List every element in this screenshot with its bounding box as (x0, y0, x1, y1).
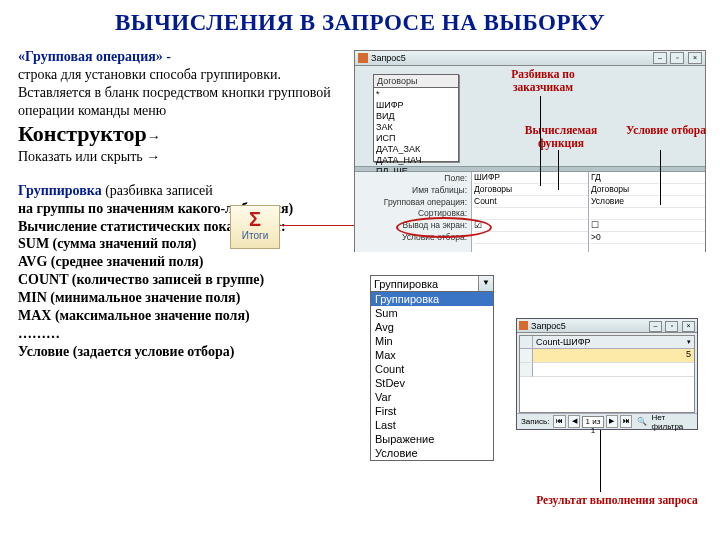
table-name: Договоры (374, 75, 458, 88)
annotation-function: Вычисляемая функция (516, 124, 606, 149)
nav-last-button[interactable]: ⏭ (620, 415, 632, 428)
close-button[interactable]: × (688, 52, 702, 64)
grouping-heading: Группировка (18, 183, 102, 198)
cell[interactable] (474, 232, 588, 244)
close-button[interactable]: × (682, 321, 695, 332)
column-header-text: Count-ШИФР (536, 337, 591, 347)
dropdown-option[interactable]: Max (371, 348, 493, 362)
dropdown-option[interactable]: Выражение (371, 432, 493, 446)
connector (558, 150, 559, 190)
cell[interactable]: Договоры (591, 184, 705, 196)
dropdown-option[interactable]: Last (371, 418, 493, 432)
dropdown-option[interactable]: Min (371, 334, 493, 348)
totals-label: Итоги (231, 230, 279, 241)
minimize-button[interactable]: – (649, 321, 662, 332)
nav-prev-button[interactable]: ◀ (568, 415, 580, 428)
label-field: Поле: (357, 173, 467, 185)
dropdown-selected[interactable]: Группировка ▼ (371, 276, 493, 292)
dropdown-option[interactable]: Условие (371, 446, 493, 460)
table-field-list[interactable]: Договоры * ШИФР ВИД ЗАК ИСП ДАТА_ЗАК ДАТ… (373, 74, 459, 162)
cell-checkbox[interactable]: ☑ (474, 220, 588, 232)
dropdown-option[interactable]: StDev (371, 376, 493, 390)
annotation-criteria: Условие отбора (626, 124, 706, 137)
nav-next-button[interactable]: ▶ (606, 415, 618, 428)
annotation-result: Результат выполнения запроса (532, 494, 702, 507)
row-selector-header[interactable] (520, 336, 533, 348)
sum-line: SUM (сумма значений поля) (18, 236, 197, 251)
field-item[interactable]: ШИФР (376, 100, 458, 111)
label-criteria: Условие отбора: (357, 232, 467, 244)
cell[interactable]: ГД (591, 172, 705, 184)
group-op-desc1: строка для установки способа группировки… (18, 67, 281, 82)
field-item[interactable]: ВИД (376, 111, 458, 122)
dropdown-option[interactable]: First (371, 404, 493, 418)
field-item[interactable]: ДАТА_НАЧ (376, 155, 458, 166)
chevron-down-icon[interactable]: ▼ (478, 276, 493, 291)
filter-icon[interactable]: 🔍 (637, 417, 647, 426)
dropdown-option[interactable]: Sum (371, 306, 493, 320)
field-item[interactable]: * (376, 89, 458, 100)
groupop-dropdown[interactable]: Группировка ▼ Группировка Sum Avg Min Ma… (370, 275, 494, 461)
table-fields: * ШИФР ВИД ЗАК ИСП ДАТА_ЗАК ДАТА_НАЧ ПЛ_… (374, 88, 458, 177)
app-icon (358, 53, 368, 63)
nav-label: Запись: (519, 417, 551, 426)
cell-checkbox[interactable]: ☐ (591, 220, 705, 232)
show-hide-label: Показать или скрыть (18, 149, 143, 164)
cond-line: Условие (задается условие отбора) (18, 344, 234, 359)
nav-first-button[interactable]: ⏮ (553, 415, 565, 428)
count-line: COUNT (количество записей в группе) (18, 272, 264, 287)
result-window: Запрос5 – ▫ × Count-ШИФР ▾ 5 Запись: ⏮ ◀… (516, 318, 698, 430)
maximize-button[interactable]: ▫ (670, 52, 684, 64)
cell[interactable]: Count (474, 196, 588, 208)
maximize-button[interactable]: ▫ (665, 321, 678, 332)
sigma-icon: Σ (231, 206, 279, 230)
dropdown-option[interactable]: Группировка (371, 292, 493, 306)
avg-line: AVG (среднее значений поля) (18, 254, 204, 269)
dots-line: ……… (18, 326, 60, 341)
result-titlebar[interactable]: Запрос5 – ▫ × (517, 319, 697, 333)
data-cell-empty[interactable] (533, 363, 694, 377)
min-line: MIN (минимальное значение поля) (18, 290, 240, 305)
window-titlebar[interactable]: Запрос5 – ▫ × (355, 51, 705, 66)
arrow-icon (146, 149, 160, 164)
field-item[interactable]: ЗАК (376, 122, 458, 133)
totals-button[interactable]: Σ Итоги (230, 205, 280, 249)
label-show: Вывод на экран: (357, 220, 467, 232)
nav-position[interactable]: 1 из 1 (582, 416, 603, 428)
dropdown-option[interactable]: Avg (371, 320, 493, 334)
minimize-button[interactable]: – (653, 52, 667, 64)
grid-col-1[interactable]: ШИФР Договоры Count ☑ (471, 172, 588, 252)
column-header[interactable]: Count-ШИФР ▾ (533, 336, 694, 348)
cell[interactable]: Условие (591, 196, 705, 208)
row-selector[interactable] (520, 363, 533, 377)
field-item[interactable]: ИСП (376, 133, 458, 144)
cell[interactable] (474, 208, 588, 220)
data-cell[interactable]: 5 (533, 349, 694, 363)
nofilter-label: Нет фильтра (649, 413, 695, 431)
chevron-down-icon[interactable]: ▾ (687, 338, 691, 346)
cell[interactable]: Договоры (474, 184, 588, 196)
result-datasheet: Count-ШИФР ▾ 5 (519, 335, 695, 413)
max-line: MAX (максимальное значение поля) (18, 308, 250, 323)
grid-row-labels: Поле: Имя таблицы: Групповая операция: С… (355, 172, 471, 252)
qbe-grid: Поле: Имя таблицы: Групповая операция: С… (355, 172, 705, 252)
label-sort: Сортировка: (357, 208, 467, 220)
annotation-groupby: Разбивка по заказчикам (498, 68, 588, 93)
page-title: ВЫЧИСЛЕНИЯ В ЗАПРОСЕ НА ВЫБОРКУ (0, 0, 720, 42)
left-text-column: «Групповая операция» - строка для устано… (18, 48, 338, 361)
label-table: Имя таблицы: (357, 185, 467, 197)
cell[interactable] (591, 208, 705, 220)
row-selector[interactable] (520, 349, 533, 363)
grouping-paren: (разбивка записей (105, 183, 213, 198)
group-op-heading: «Групповая операция» - (18, 49, 171, 64)
label-groupop: Групповая операция: (357, 197, 467, 209)
connector (600, 430, 601, 492)
cell[interactable]: >0 (591, 232, 705, 244)
grid-col-2[interactable]: ГД Договоры Условие ☐ >0 (588, 172, 705, 252)
dropdown-selected-text: Группировка (371, 278, 478, 290)
field-item[interactable]: ДАТА_ЗАК (376, 144, 458, 155)
arrow-icon (147, 129, 161, 144)
cell[interactable]: ШИФР (474, 172, 588, 184)
dropdown-option[interactable]: Count (371, 362, 493, 376)
dropdown-option[interactable]: Var (371, 390, 493, 404)
